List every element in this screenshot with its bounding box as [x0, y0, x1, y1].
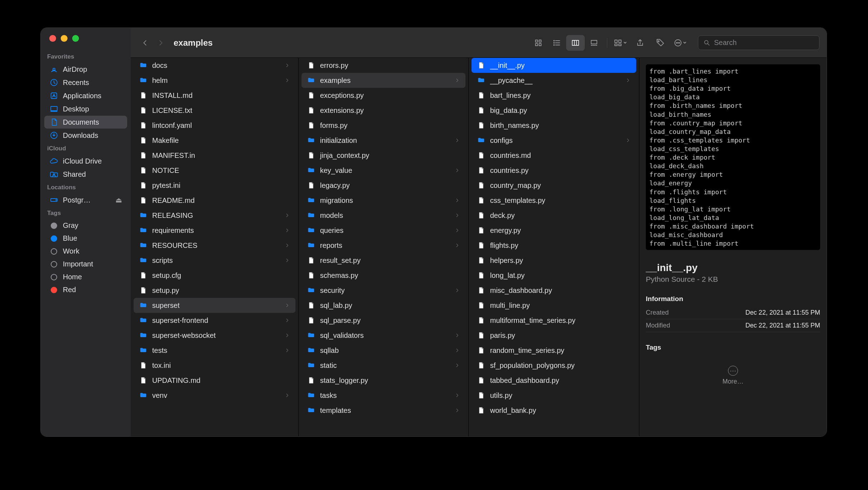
- file-row--init-py[interactable]: __init__.py: [472, 58, 636, 73]
- folder-row-sql-validators[interactable]: sql_validators: [301, 328, 465, 343]
- file-row-setup-py[interactable]: setup.py: [134, 283, 295, 298]
- folder-row-initialization[interactable]: initialization: [301, 133, 465, 148]
- file-row-energy-py[interactable]: energy.py: [472, 223, 636, 238]
- file-row-tox-ini[interactable]: tox.ini: [134, 358, 295, 373]
- file-row-flights-py[interactable]: flights.py: [472, 238, 636, 253]
- file-row-long-lat-py[interactable]: long_lat.py: [472, 268, 636, 283]
- sidebar-item-gray[interactable]: Gray: [44, 219, 127, 232]
- file-row-sf-population-polygons-py[interactable]: sf_population_polygons.py: [472, 358, 636, 373]
- file-row-css-templates-py[interactable]: css_templates.py: [472, 193, 636, 208]
- file-row-tabbed-dashboard-py[interactable]: tabbed_dashboard.py: [472, 373, 636, 388]
- sidebar-item-work[interactable]: Work: [44, 245, 127, 258]
- file-row-countries-py[interactable]: countries.py: [472, 163, 636, 178]
- file-row-pytest-ini[interactable]: pytest.ini: [134, 178, 295, 193]
- sidebar-item-downloads[interactable]: Downloads: [44, 129, 127, 142]
- gallery-view-button[interactable]: [585, 35, 603, 51]
- file-row-exceptions-py[interactable]: exceptions.py: [301, 88, 465, 103]
- eject-icon[interactable]: ⏏: [115, 196, 122, 204]
- file-row-big-data-py[interactable]: big_data.py: [472, 103, 636, 118]
- folder-row-security[interactable]: security: [301, 283, 465, 298]
- sidebar-item-icloud-drive[interactable]: iCloud Drive: [44, 155, 127, 168]
- file-row-bart-lines-py[interactable]: bart_lines.py: [472, 88, 636, 103]
- file-row-countries-md[interactable]: countries.md: [472, 148, 636, 163]
- sidebar-item-applications[interactable]: Applications: [44, 89, 127, 102]
- file-row-legacy-py[interactable]: legacy.py: [301, 178, 465, 193]
- share-button[interactable]: [631, 35, 649, 51]
- file-row-multiformat-time-series-py[interactable]: multiformat_time_series.py: [472, 313, 636, 328]
- sidebar-item-important[interactable]: Important: [44, 258, 127, 270]
- icon-view-button[interactable]: [529, 35, 548, 51]
- file-row-jinja-context-py[interactable]: jinja_context.py: [301, 148, 465, 163]
- minimize-button[interactable]: [61, 35, 68, 42]
- folder-row-tests[interactable]: tests: [134, 343, 295, 358]
- folder-row-scripts[interactable]: scripts: [134, 253, 295, 268]
- file-row-forms-py[interactable]: forms.py: [301, 118, 465, 133]
- file-row-random-time-series-py[interactable]: random_time_series.py: [472, 343, 636, 358]
- sidebar-item-desktop[interactable]: Desktop: [44, 102, 127, 115]
- file-row-stats-logger-py[interactable]: stats_logger.py: [301, 373, 465, 388]
- file-row-readme-md[interactable]: README.md: [134, 193, 295, 208]
- folder-row-helm[interactable]: helm: [134, 73, 295, 88]
- folder-row-sqllab[interactable]: sqllab: [301, 343, 465, 358]
- file-row-sql-parse-py[interactable]: sql_parse.py: [301, 313, 465, 328]
- folder-row-resources[interactable]: RESOURCES: [134, 238, 295, 253]
- file-row-updating-md[interactable]: UPDATING.md: [134, 373, 295, 388]
- file-row-extensions-py[interactable]: extensions.py: [301, 103, 465, 118]
- file-row-setup-cfg[interactable]: setup.cfg: [134, 268, 295, 283]
- sidebar-item-airdrop[interactable]: AirDrop: [44, 63, 127, 76]
- close-button[interactable]: [49, 35, 56, 42]
- folder-row-superset-websocket[interactable]: superset-websocket: [134, 328, 295, 343]
- sidebar-item-postgr-[interactable]: Postgr…⏏: [44, 194, 127, 206]
- folder-row-queries[interactable]: queries: [301, 223, 465, 238]
- file-row-notice[interactable]: NOTICE: [134, 163, 295, 178]
- file-row-utils-py[interactable]: utils.py: [472, 388, 636, 403]
- file-row-multi-line-py[interactable]: multi_line.py: [472, 298, 636, 313]
- file-row-install-md[interactable]: INSTALL.md: [134, 88, 295, 103]
- folder-row-templates[interactable]: templates: [301, 403, 465, 418]
- tags-button[interactable]: [651, 35, 669, 51]
- action-button[interactable]: [671, 35, 689, 51]
- folder-row-configs[interactable]: configs: [472, 133, 636, 148]
- folder-row-key-value[interactable]: key_value: [301, 163, 465, 178]
- file-row-country-map-py[interactable]: country_map.py: [472, 178, 636, 193]
- column-3[interactable]: __init__.py__pycache__bart_lines.pybig_d…: [469, 58, 639, 436]
- search-input[interactable]: [714, 39, 814, 47]
- folder-row-docs[interactable]: docs: [134, 58, 295, 73]
- list-view-button[interactable]: [548, 35, 566, 51]
- folder-row-static[interactable]: static: [301, 358, 465, 373]
- file-row-misc-dashboard-py[interactable]: misc_dashboard.py: [472, 283, 636, 298]
- file-row-schemas-py[interactable]: schemas.py: [301, 268, 465, 283]
- column-1[interactable]: docshelmINSTALL.mdLICENSE.txtlintconf.ya…: [131, 58, 299, 436]
- sidebar-item-home[interactable]: Home: [44, 271, 127, 283]
- folder-row-superset[interactable]: superset: [134, 298, 295, 313]
- folder-row-examples[interactable]: examples: [301, 73, 465, 88]
- more-section[interactable]: ⋯ More…: [646, 366, 820, 385]
- sidebar-item-recents[interactable]: Recents: [44, 76, 127, 89]
- file-row-world-bank-py[interactable]: world_bank.py: [472, 403, 636, 418]
- folder-row-migrations[interactable]: migrations: [301, 193, 465, 208]
- file-row-helpers-py[interactable]: helpers.py: [472, 253, 636, 268]
- forward-button[interactable]: [154, 36, 168, 50]
- file-row-deck-py[interactable]: deck.py: [472, 208, 636, 223]
- folder-row-tasks[interactable]: tasks: [301, 388, 465, 403]
- sidebar-item-blue[interactable]: Blue: [44, 232, 127, 245]
- zoom-button[interactable]: [72, 35, 79, 42]
- sidebar-item-red[interactable]: Red: [44, 284, 127, 296]
- folder-row-models[interactable]: models: [301, 208, 465, 223]
- file-row-birth-names-py[interactable]: birth_names.py: [472, 118, 636, 133]
- back-button[interactable]: [138, 36, 152, 50]
- file-row-manifest-in[interactable]: MANIFEST.in: [134, 148, 295, 163]
- folder-row-reports[interactable]: reports: [301, 238, 465, 253]
- group-button[interactable]: [611, 35, 629, 51]
- file-row-result-set-py[interactable]: result_set.py: [301, 253, 465, 268]
- search-field[interactable]: [698, 35, 819, 50]
- sidebar-item-shared[interactable]: Shared: [44, 168, 127, 181]
- folder-row-venv[interactable]: venv: [134, 388, 295, 403]
- file-row-lintconf-yaml[interactable]: lintconf.yaml: [134, 118, 295, 133]
- file-row-license-txt[interactable]: LICENSE.txt: [134, 103, 295, 118]
- folder-row-superset-frontend[interactable]: superset-frontend: [134, 313, 295, 328]
- folder-row-releasing[interactable]: RELEASING: [134, 208, 295, 223]
- column-2[interactable]: errors.pyexamplesexceptions.pyextensions…: [299, 58, 469, 436]
- sidebar-item-documents[interactable]: Documents: [44, 116, 127, 129]
- folder-row--pycache-[interactable]: __pycache__: [472, 73, 636, 88]
